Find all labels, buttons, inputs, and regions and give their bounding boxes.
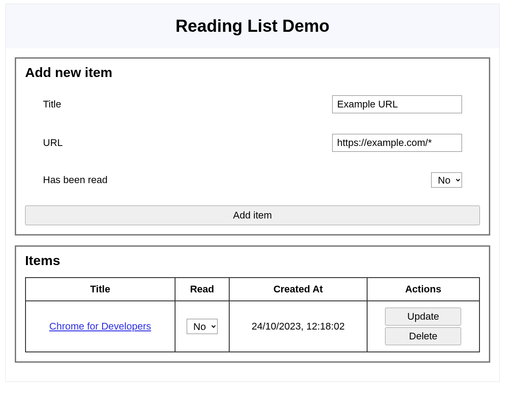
app-header: Reading List Demo xyxy=(6,4,499,48)
url-label: URL xyxy=(43,137,63,149)
items-heading: Items xyxy=(25,253,480,268)
has-been-read-label: Has been read xyxy=(43,174,107,186)
has-been-read-select[interactable]: No xyxy=(431,172,462,188)
row-created-at: 24/10/2023, 12:18:02 xyxy=(229,301,367,352)
table-row: Chrome for Developers No 24/10/2023, 12:… xyxy=(26,301,479,352)
row-read-select[interactable]: No xyxy=(187,319,218,334)
url-input[interactable] xyxy=(332,134,462,152)
col-read: Read xyxy=(175,278,230,301)
title-input[interactable] xyxy=(332,95,462,113)
col-title: Title xyxy=(26,278,175,301)
page-title: Reading List Demo xyxy=(15,17,490,36)
title-label: Title xyxy=(43,99,61,110)
update-button[interactable]: Update xyxy=(385,308,461,326)
add-item-heading: Add new item xyxy=(25,65,480,80)
item-title-link[interactable]: Chrome for Developers xyxy=(49,321,151,332)
col-created: Created At xyxy=(229,278,367,301)
delete-button[interactable]: Delete xyxy=(385,327,461,345)
col-actions: Actions xyxy=(367,278,479,301)
items-table: Title Read Created At Actions Chrome for… xyxy=(25,277,480,352)
add-item-panel: Add new item Title URL Has been read No … xyxy=(15,57,490,236)
items-panel: Items Title Read Created At Actions Chro… xyxy=(15,245,490,363)
add-item-button[interactable]: Add item xyxy=(25,206,480,225)
